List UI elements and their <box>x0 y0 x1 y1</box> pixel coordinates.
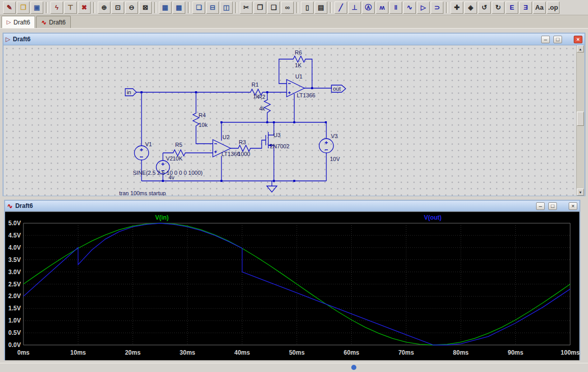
scroll-down-button[interactable]: ▼ <box>577 189 584 196</box>
r4-name[interactable]: R4 <box>199 112 206 118</box>
toolbar-separator <box>46 2 48 13</box>
wire[interactable] <box>142 181 326 186</box>
legend-item[interactable]: V(out) <box>424 214 442 221</box>
voltage-source-V1[interactable] <box>134 146 149 160</box>
print-icon[interactable]: ▤ <box>315 2 327 14</box>
net-label-out[interactable]: out <box>333 86 341 92</box>
u3-value[interactable]: 2N7002 <box>270 143 290 149</box>
cascade-windows-icon[interactable]: ❏ <box>192 2 205 14</box>
cut-icon[interactable]: ✂ <box>240 2 253 14</box>
diode-icon[interactable]: ▷ <box>417 2 430 14</box>
minimize-button[interactable]: – <box>541 36 550 43</box>
net-label-in[interactable]: in <box>127 89 131 95</box>
legend-item[interactable]: V(in) <box>155 214 169 221</box>
x-tick-label: 40ms <box>234 349 250 356</box>
tab-draft6-schematic[interactable]: ▷ Draft6 <box>2 16 35 28</box>
zoom-in-icon[interactable]: ⊕ <box>98 2 110 14</box>
r6-value[interactable]: 1K <box>295 62 302 68</box>
scroll-up-button[interactable]: ▲ <box>577 45 584 52</box>
r6-name[interactable]: R6 <box>295 49 302 56</box>
u3-name[interactable]: U3 <box>273 132 281 138</box>
redo-icon[interactable]: ↻ <box>492 2 505 14</box>
r2-name[interactable]: R2 <box>258 94 265 100</box>
u1-name[interactable]: U1 <box>295 73 302 79</box>
grid-icon[interactable]: ▦ <box>159 2 172 14</box>
ground-symbol[interactable] <box>267 186 277 192</box>
resistor-icon[interactable]: ʍ <box>376 2 388 14</box>
capacitor-icon[interactable]: ‖ <box>389 2 402 14</box>
save-icon[interactable]: ▣ <box>31 2 43 14</box>
waveform-titlebar[interactable]: ∿ Draft6 – □ × <box>5 201 579 211</box>
r3-name[interactable]: R3 <box>239 139 246 145</box>
wire[interactable] <box>231 140 265 148</box>
u2-name[interactable]: U2 <box>222 134 230 140</box>
r2-value[interactable]: 4k <box>259 105 265 112</box>
zoom-out-icon[interactable]: ⊖ <box>125 2 138 14</box>
find-icon[interactable]: ∞ <box>281 2 294 14</box>
spice-directive-text[interactable]: tran 100ms startup <box>119 190 166 196</box>
zoom-full-icon[interactable]: ⊠ <box>139 2 152 14</box>
wire[interactable] <box>265 122 274 181</box>
zoom-region-icon[interactable]: ⊡ <box>111 2 124 14</box>
voltage-source-V3[interactable] <box>319 139 333 153</box>
r5-name[interactable]: R5 <box>175 142 182 148</box>
spice-directive-icon[interactable]: .op <box>547 2 559 14</box>
y-tick-label: 4.0V <box>8 244 21 251</box>
copy-icon[interactable]: ❐ <box>254 2 266 14</box>
open-icon[interactable]: ❒ <box>17 2 30 14</box>
scroll-thumb[interactable] <box>577 112 584 126</box>
inductor-icon[interactable]: ∿ <box>403 2 416 14</box>
schematic-vscrollbar[interactable]: ▲ ▼ <box>576 45 584 196</box>
y-tick-label: 3.5V <box>8 256 21 263</box>
move-icon[interactable]: ✚ <box>451 2 463 14</box>
schematic-titlebar[interactable]: ▷ Draft6 – □ × <box>4 34 584 45</box>
waveform-tab-icon: ∿ <box>41 19 46 26</box>
paste-icon[interactable]: ❑ <box>267 2 280 14</box>
v2-value[interactable]: 4v <box>169 174 175 180</box>
drag-icon[interactable]: ◈ <box>464 2 477 14</box>
resistor-R2[interactable] <box>264 98 270 115</box>
resistor-R6[interactable] <box>292 56 307 62</box>
close-button[interactable]: × <box>569 202 577 210</box>
tab-draft6-waveform[interactable]: ∿ Draft6 <box>36 16 71 28</box>
halt-icon[interactable]: ✖ <box>78 2 91 14</box>
minimize-button[interactable]: – <box>536 202 545 210</box>
tile-vertical-icon[interactable]: ◫ <box>220 2 233 14</box>
r5-value[interactable]: 10K <box>173 155 183 162</box>
v1-name[interactable]: V1 <box>145 141 152 147</box>
r4-value[interactable]: 10k <box>199 122 208 128</box>
wires[interactable] <box>136 59 332 186</box>
new-schematic-icon[interactable]: ✎ <box>3 2 16 14</box>
y-tick-label: 2.0V <box>8 293 21 300</box>
tile-horizontal-icon[interactable]: ⊟ <box>206 2 219 14</box>
waveform-plot: 5.0V4.5V4.0V3.5V3.0V2.5V2.0V1.5V1.0V0.5V… <box>5 212 579 360</box>
v1-value[interactable]: SINE(2.5 2.5 10 0 0 0 1000) <box>133 170 203 176</box>
ground-icon[interactable]: ⊥ <box>348 2 361 14</box>
r1-name[interactable]: R1 <box>251 82 259 88</box>
v2-name[interactable]: V2 <box>166 155 173 162</box>
close-button[interactable]: × <box>574 36 582 43</box>
schematic-canvas[interactable]: in out R1 1k R2 4k R3 1000 R4 10k R5 10K… <box>4 45 577 196</box>
rotate-icon[interactable]: E <box>506 2 518 14</box>
v3-name[interactable]: V3 <box>331 133 338 139</box>
mirror-icon[interactable]: Ǝ <box>519 2 532 14</box>
u1-value[interactable]: LT1366 <box>297 92 316 98</box>
label-net-icon[interactable]: Ⓐ <box>362 2 375 14</box>
autorange-icon[interactable]: ▩ <box>173 2 185 14</box>
text-icon[interactable]: Aa <box>533 2 546 14</box>
y-tick-label: 2.5V <box>8 281 21 288</box>
maximize-button[interactable]: □ <box>553 36 562 43</box>
page-setup-icon[interactable]: ▯ <box>301 2 314 14</box>
undo-icon[interactable]: ↺ <box>478 2 491 14</box>
wire-icon[interactable]: ╱ <box>334 2 347 14</box>
u2-value[interactable]: LT1366 <box>221 151 240 157</box>
control-panel-icon[interactable]: ⊤ <box>64 2 77 14</box>
waveform-plot-area[interactable]: 5.0V4.5V4.0V3.5V3.0V2.5V2.0V1.5V1.0V0.5V… <box>5 211 579 360</box>
component-icon[interactable]: ⊃ <box>431 2 443 14</box>
status-icon <box>351 365 356 370</box>
run-icon[interactable]: ϟ <box>50 2 63 14</box>
nmos-U3[interactable] <box>266 132 268 148</box>
maximize-button[interactable]: □ <box>548 202 557 210</box>
v3-value[interactable]: 10V <box>330 156 340 162</box>
voltage-source-V3-marks <box>325 141 328 150</box>
